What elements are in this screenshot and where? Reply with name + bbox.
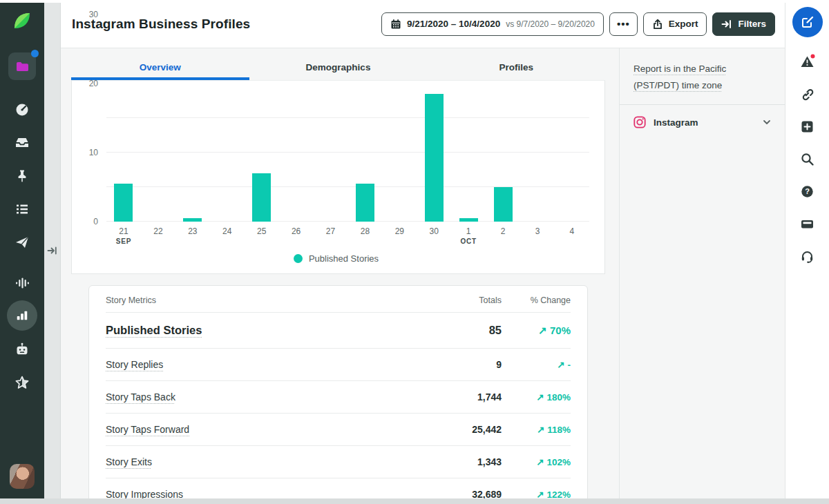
tab-demographics[interactable]: Demographics <box>249 57 428 80</box>
x-axis-tick: 21SEP <box>106 226 141 245</box>
dashboard-gauge-icon[interactable] <box>15 102 30 117</box>
timezone-note[interactable]: Report is in the Pacific (PST/PDT) time … <box>633 61 771 93</box>
total-value: 85 <box>426 324 502 337</box>
link-icon[interactable] <box>800 87 814 101</box>
sprout-leaf-icon <box>11 10 33 32</box>
bar-slot <box>347 184 382 222</box>
total-value: 25,442 <box>426 424 502 435</box>
network-label: Instagram <box>654 117 698 128</box>
export-label: Export <box>669 19 698 29</box>
story-metrics-table-card: Story Metrics Totals % Change Published … <box>88 285 588 504</box>
compose-button[interactable] <box>792 7 823 37</box>
legend-label: Published Stories <box>309 253 379 264</box>
pin-icon[interactable] <box>15 168 30 184</box>
x-tick-label: 24 <box>210 226 245 236</box>
total-value: 9 <box>426 359 502 370</box>
tab-profiles[interactable]: Profiles <box>427 57 605 80</box>
metric-label[interactable]: Story Replies <box>106 359 163 370</box>
bar-chart-plot-area: 0102030 <box>106 90 589 222</box>
bar-1[interactable] <box>459 218 478 222</box>
tab-overview[interactable]: Overview <box>71 57 249 80</box>
support-headset-icon[interactable] <box>800 249 814 264</box>
compose-icon <box>801 15 814 29</box>
bar-23[interactable] <box>183 218 202 222</box>
metric-cell: Published Stories <box>106 324 426 337</box>
x-axis-tick: 25 <box>245 226 279 245</box>
window-bottom-edge <box>0 498 829 504</box>
x-tick-label: 29 <box>382 226 417 236</box>
alerts-icon[interactable] <box>800 55 814 69</box>
right-utility-rail: ? <box>785 0 829 504</box>
bar-slot <box>245 173 279 222</box>
x-tick-label: 27 <box>314 226 348 236</box>
y-axis-tick-label: 10 <box>89 148 98 157</box>
network-filter-instagram[interactable]: Instagram <box>633 105 771 139</box>
bar-30[interactable] <box>425 94 444 222</box>
x-tick-label: 25 <box>245 226 279 236</box>
x-axis-tick: 27 <box>314 226 348 245</box>
export-button[interactable]: Export <box>643 12 707 36</box>
y-axis-tick-label: 20 <box>89 79 98 88</box>
x-tick-label: 21 <box>106 226 141 236</box>
x-axis-tick: 2 <box>486 226 520 245</box>
star-icon[interactable] <box>15 375 30 390</box>
published-stories-chart-card: 0102030 21SEP2223242526272829301OCT234 P… <box>71 80 605 274</box>
table-row: Story Taps Back1,744↗ 180% <box>106 380 571 413</box>
x-axis-tick: 1OCT <box>451 226 486 245</box>
bar-slot <box>486 187 520 222</box>
total-value: 1,343 <box>426 456 502 467</box>
metric-label[interactable]: Story Exits <box>106 456 152 467</box>
x-tick-label: 4 <box>555 226 589 236</box>
col-header-percent-change: % Change <box>502 295 571 305</box>
sidebar-item-folders[interactable] <box>8 52 36 80</box>
x-tick-label: 1 <box>451 226 486 236</box>
date-range-button[interactable]: 9/21/2020 – 10/4/2020 vs 9/7/2020 – 9/20… <box>381 12 604 36</box>
user-avatar[interactable] <box>10 464 35 489</box>
sprout-logo[interactable] <box>11 10 33 32</box>
col-header-totals: Totals <box>426 295 502 305</box>
search-icon[interactable] <box>800 152 814 166</box>
bar-21[interactable] <box>114 184 133 222</box>
x-axis-tick: 30 <box>417 226 451 245</box>
x-axis-tick: 24 <box>210 226 245 245</box>
card-icon[interactable] <box>800 217 814 231</box>
instagram-icon <box>633 116 646 128</box>
percent-change-value: ↗ 102% <box>502 456 571 467</box>
report-header: Instagram Business Profiles 9/21/2020 – … <box>61 0 785 48</box>
filters-button[interactable]: Filters <box>712 12 775 36</box>
report-side-panel: Report is in the Pacific (PST/PDT) time … <box>619 48 785 504</box>
report-content: OverviewDemographicsProfiles 0102030 21S… <box>61 48 785 504</box>
bar-25[interactable] <box>252 173 271 222</box>
left-nav-rail <box>0 0 44 504</box>
page-title: Instagram Business Profiles <box>72 17 250 32</box>
add-icon[interactable] <box>800 119 814 134</box>
sidebar-item-reports-active[interactable] <box>7 300 37 331</box>
expand-panel-arrow-icon[interactable] <box>47 245 58 256</box>
bot-icon[interactable] <box>15 342 30 357</box>
bar-2[interactable] <box>494 187 513 222</box>
x-tick-label: 30 <box>417 226 451 236</box>
more-options-button[interactable]: ••• <box>609 12 638 36</box>
help-icon[interactable]: ? <box>800 184 814 199</box>
list-icon[interactable] <box>15 202 30 217</box>
bar-28[interactable] <box>356 184 374 222</box>
waveform-listening-icon[interactable] <box>15 275 30 291</box>
header-actions: 9/21/2020 – 10/4/2020 vs 9/7/2020 – 9/20… <box>381 12 775 36</box>
x-axis-tick: 3 <box>520 226 555 245</box>
col-header-story-metrics: Story Metrics <box>106 295 426 305</box>
x-month-label: SEP <box>106 238 141 245</box>
metric-cell: Story Taps Back <box>106 391 426 403</box>
paper-plane-icon[interactable] <box>15 235 30 250</box>
metric-label[interactable]: Published Stories <box>106 324 202 336</box>
chart-legend[interactable]: Published Stories <box>79 253 593 265</box>
secondary-panel-collapsed <box>44 0 61 504</box>
percent-change-value: ↗ 70% <box>502 324 571 337</box>
metric-label[interactable]: Story Taps Forward <box>106 424 189 435</box>
inbox-icon[interactable] <box>15 135 30 151</box>
table-row: Story Taps Forward25,442↗ 118% <box>106 413 571 445</box>
y-axis-tick-label: 0 <box>93 217 98 226</box>
bar-slot <box>175 218 210 222</box>
percent-change-value: ↗ 180% <box>502 391 571 403</box>
metric-label[interactable]: Story Taps Back <box>106 391 175 403</box>
notification-dot <box>31 50 39 57</box>
